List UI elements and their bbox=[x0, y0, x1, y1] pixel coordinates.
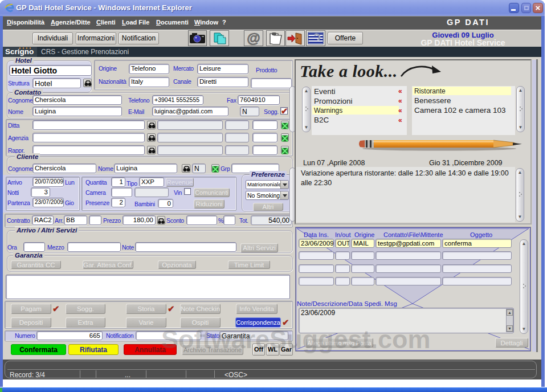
svg-text:@: @ bbox=[247, 31, 260, 46]
